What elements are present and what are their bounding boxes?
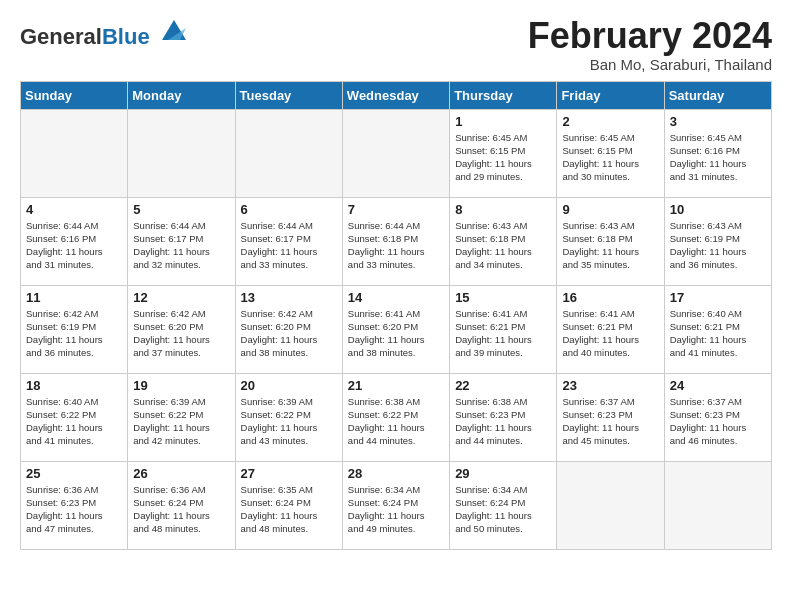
day-header-wednesday: Wednesday — [342, 81, 449, 109]
day-number: 25 — [26, 466, 122, 481]
day-cell: 28Sunrise: 6:34 AM Sunset: 6:24 PM Dayli… — [342, 461, 449, 549]
day-number: 18 — [26, 378, 122, 393]
day-info: Sunrise: 6:43 AM Sunset: 6:19 PM Dayligh… — [670, 219, 766, 272]
title-block: February 2024 Ban Mo, Saraburi, Thailand — [528, 16, 772, 73]
day-info: Sunrise: 6:45 AM Sunset: 6:15 PM Dayligh… — [455, 131, 551, 184]
day-info: Sunrise: 6:44 AM Sunset: 6:16 PM Dayligh… — [26, 219, 122, 272]
day-info: Sunrise: 6:35 AM Sunset: 6:24 PM Dayligh… — [241, 483, 337, 536]
day-info: Sunrise: 6:43 AM Sunset: 6:18 PM Dayligh… — [562, 219, 658, 272]
day-cell: 3Sunrise: 6:45 AM Sunset: 6:16 PM Daylig… — [664, 109, 771, 197]
day-info: Sunrise: 6:39 AM Sunset: 6:22 PM Dayligh… — [241, 395, 337, 448]
day-number: 28 — [348, 466, 444, 481]
day-cell: 17Sunrise: 6:40 AM Sunset: 6:21 PM Dayli… — [664, 285, 771, 373]
day-header-sunday: Sunday — [21, 81, 128, 109]
day-number: 7 — [348, 202, 444, 217]
day-cell: 26Sunrise: 6:36 AM Sunset: 6:24 PM Dayli… — [128, 461, 235, 549]
day-cell: 18Sunrise: 6:40 AM Sunset: 6:22 PM Dayli… — [21, 373, 128, 461]
day-cell: 8Sunrise: 6:43 AM Sunset: 6:18 PM Daylig… — [450, 197, 557, 285]
day-cell: 24Sunrise: 6:37 AM Sunset: 6:23 PM Dayli… — [664, 373, 771, 461]
day-cell: 29Sunrise: 6:34 AM Sunset: 6:24 PM Dayli… — [450, 461, 557, 549]
day-cell: 11Sunrise: 6:42 AM Sunset: 6:19 PM Dayli… — [21, 285, 128, 373]
day-info: Sunrise: 6:37 AM Sunset: 6:23 PM Dayligh… — [562, 395, 658, 448]
day-info: Sunrise: 6:40 AM Sunset: 6:22 PM Dayligh… — [26, 395, 122, 448]
day-number: 8 — [455, 202, 551, 217]
day-cell: 2Sunrise: 6:45 AM Sunset: 6:15 PM Daylig… — [557, 109, 664, 197]
day-cell: 27Sunrise: 6:35 AM Sunset: 6:24 PM Dayli… — [235, 461, 342, 549]
logo-icon — [158, 16, 190, 44]
day-cell: 13Sunrise: 6:42 AM Sunset: 6:20 PM Dayli… — [235, 285, 342, 373]
day-cell: 15Sunrise: 6:41 AM Sunset: 6:21 PM Dayli… — [450, 285, 557, 373]
day-info: Sunrise: 6:43 AM Sunset: 6:18 PM Dayligh… — [455, 219, 551, 272]
day-header-tuesday: Tuesday — [235, 81, 342, 109]
header-row: SundayMondayTuesdayWednesdayThursdayFrid… — [21, 81, 772, 109]
day-info: Sunrise: 6:36 AM Sunset: 6:23 PM Dayligh… — [26, 483, 122, 536]
day-number: 27 — [241, 466, 337, 481]
day-info: Sunrise: 6:42 AM Sunset: 6:19 PM Dayligh… — [26, 307, 122, 360]
week-row-5: 25Sunrise: 6:36 AM Sunset: 6:23 PM Dayli… — [21, 461, 772, 549]
day-cell: 16Sunrise: 6:41 AM Sunset: 6:21 PM Dayli… — [557, 285, 664, 373]
day-cell: 6Sunrise: 6:44 AM Sunset: 6:17 PM Daylig… — [235, 197, 342, 285]
day-info: Sunrise: 6:34 AM Sunset: 6:24 PM Dayligh… — [455, 483, 551, 536]
day-info: Sunrise: 6:44 AM Sunset: 6:17 PM Dayligh… — [241, 219, 337, 272]
day-cell: 14Sunrise: 6:41 AM Sunset: 6:20 PM Dayli… — [342, 285, 449, 373]
day-info: Sunrise: 6:44 AM Sunset: 6:18 PM Dayligh… — [348, 219, 444, 272]
day-cell — [128, 109, 235, 197]
day-cell: 10Sunrise: 6:43 AM Sunset: 6:19 PM Dayli… — [664, 197, 771, 285]
day-info: Sunrise: 6:34 AM Sunset: 6:24 PM Dayligh… — [348, 483, 444, 536]
day-cell: 9Sunrise: 6:43 AM Sunset: 6:18 PM Daylig… — [557, 197, 664, 285]
day-number: 12 — [133, 290, 229, 305]
day-number: 9 — [562, 202, 658, 217]
day-info: Sunrise: 6:42 AM Sunset: 6:20 PM Dayligh… — [241, 307, 337, 360]
day-cell: 22Sunrise: 6:38 AM Sunset: 6:23 PM Dayli… — [450, 373, 557, 461]
day-cell: 4Sunrise: 6:44 AM Sunset: 6:16 PM Daylig… — [21, 197, 128, 285]
day-number: 2 — [562, 114, 658, 129]
day-header-saturday: Saturday — [664, 81, 771, 109]
calendar-table: SundayMondayTuesdayWednesdayThursdayFrid… — [20, 81, 772, 550]
day-cell — [235, 109, 342, 197]
day-cell: 12Sunrise: 6:42 AM Sunset: 6:20 PM Dayli… — [128, 285, 235, 373]
week-row-1: 1Sunrise: 6:45 AM Sunset: 6:15 PM Daylig… — [21, 109, 772, 197]
day-info: Sunrise: 6:36 AM Sunset: 6:24 PM Dayligh… — [133, 483, 229, 536]
day-cell — [21, 109, 128, 197]
day-number: 24 — [670, 378, 766, 393]
day-header-thursday: Thursday — [450, 81, 557, 109]
page: GeneralBlue February 2024 Ban Mo, Sarabu… — [0, 0, 792, 560]
day-cell: 7Sunrise: 6:44 AM Sunset: 6:18 PM Daylig… — [342, 197, 449, 285]
day-number: 15 — [455, 290, 551, 305]
logo: GeneralBlue — [20, 16, 190, 48]
day-number: 5 — [133, 202, 229, 217]
header: GeneralBlue February 2024 Ban Mo, Sarabu… — [20, 16, 772, 73]
day-number: 29 — [455, 466, 551, 481]
day-number: 1 — [455, 114, 551, 129]
day-info: Sunrise: 6:45 AM Sunset: 6:16 PM Dayligh… — [670, 131, 766, 184]
day-info: Sunrise: 6:42 AM Sunset: 6:20 PM Dayligh… — [133, 307, 229, 360]
day-info: Sunrise: 6:41 AM Sunset: 6:21 PM Dayligh… — [562, 307, 658, 360]
day-number: 22 — [455, 378, 551, 393]
day-number: 21 — [348, 378, 444, 393]
day-number: 23 — [562, 378, 658, 393]
day-cell: 1Sunrise: 6:45 AM Sunset: 6:15 PM Daylig… — [450, 109, 557, 197]
day-cell — [342, 109, 449, 197]
logo-blue-text: Blue — [102, 24, 150, 49]
day-cell: 25Sunrise: 6:36 AM Sunset: 6:23 PM Dayli… — [21, 461, 128, 549]
week-row-4: 18Sunrise: 6:40 AM Sunset: 6:22 PM Dayli… — [21, 373, 772, 461]
day-cell — [664, 461, 771, 549]
day-info: Sunrise: 6:41 AM Sunset: 6:20 PM Dayligh… — [348, 307, 444, 360]
day-number: 17 — [670, 290, 766, 305]
day-header-monday: Monday — [128, 81, 235, 109]
day-number: 20 — [241, 378, 337, 393]
day-cell: 21Sunrise: 6:38 AM Sunset: 6:22 PM Dayli… — [342, 373, 449, 461]
day-info: Sunrise: 6:41 AM Sunset: 6:21 PM Dayligh… — [455, 307, 551, 360]
logo-general-text: General — [20, 24, 102, 49]
day-info: Sunrise: 6:44 AM Sunset: 6:17 PM Dayligh… — [133, 219, 229, 272]
day-info: Sunrise: 6:40 AM Sunset: 6:21 PM Dayligh… — [670, 307, 766, 360]
day-number: 11 — [26, 290, 122, 305]
day-number: 16 — [562, 290, 658, 305]
day-number: 26 — [133, 466, 229, 481]
day-cell: 19Sunrise: 6:39 AM Sunset: 6:22 PM Dayli… — [128, 373, 235, 461]
day-cell: 23Sunrise: 6:37 AM Sunset: 6:23 PM Dayli… — [557, 373, 664, 461]
week-row-2: 4Sunrise: 6:44 AM Sunset: 6:16 PM Daylig… — [21, 197, 772, 285]
location: Ban Mo, Saraburi, Thailand — [528, 56, 772, 73]
day-number: 13 — [241, 290, 337, 305]
day-number: 19 — [133, 378, 229, 393]
